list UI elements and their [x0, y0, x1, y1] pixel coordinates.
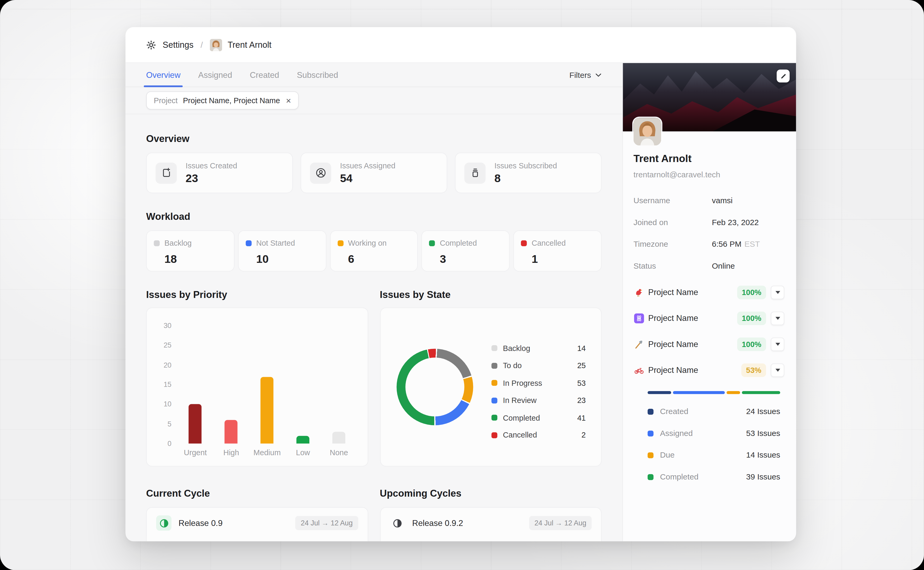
workload-card: Not Started10 — [238, 230, 326, 271]
edit-profile-button[interactable] — [777, 69, 790, 82]
project-row[interactable]: Project Name100% — [634, 310, 784, 326]
x-tick-label: Medium — [249, 448, 285, 457]
card-value: 54 — [340, 172, 396, 185]
workload-label: Not Started — [256, 239, 295, 247]
project-row[interactable]: Project Name100% — [634, 336, 784, 352]
workload-section-title: Workload — [146, 211, 602, 222]
progress-segment — [726, 391, 740, 394]
profile-email: trentarnolt@caravel.tech — [634, 170, 720, 179]
bar-column — [285, 326, 321, 443]
close-icon[interactable]: × — [286, 96, 291, 105]
tab-created[interactable]: Created — [250, 63, 279, 87]
x-tick-label: None — [321, 448, 357, 457]
stat-value: 14 Issues — [746, 451, 780, 460]
detail-row-timezone: Timezone 6:56 PM EST — [634, 239, 786, 250]
stat-label: Created — [660, 407, 688, 415]
legend-row: In Review23 — [491, 394, 586, 406]
project-expand-button[interactable] — [771, 311, 784, 325]
upcoming-cycles-title: Upcoming Cycles — [380, 488, 602, 499]
project-expand-button[interactable] — [771, 337, 784, 351]
screenshot-root: Settings / Trent Arnolt Overview Assigne… — [0, 0, 924, 570]
bird-emoji — [634, 287, 644, 297]
stat-value: 53 Issues — [746, 429, 780, 438]
current-cycle-card[interactable]: Release 0.9 24 Jul → 12 Aug — [146, 507, 368, 541]
legend-label: In Review — [503, 396, 536, 405]
stat-value: 39 Issues — [746, 472, 780, 481]
cycle-name: Release 0.9 — [178, 518, 223, 528]
project-row[interactable]: Project Name100% — [634, 285, 784, 300]
x-axis-labels: UrgentHighMediumLowNone — [177, 448, 357, 457]
pencil-icon — [780, 73, 786, 80]
tab-subscribed[interactable]: Subscribed — [297, 63, 338, 87]
profile-details: Username vamsi Joined on Feb 23, 2022 Ti… — [634, 195, 786, 282]
project-expand-button[interactable] — [771, 363, 784, 377]
workload-value: 1 — [532, 253, 594, 266]
legend-swatch — [491, 345, 497, 351]
legend-label: In Progress — [503, 378, 542, 387]
stat-label: Completed — [660, 472, 698, 481]
workload-label: Completed — [440, 239, 477, 247]
avatar[interactable] — [634, 118, 662, 146]
upcoming-cycle-card[interactable]: Release 0.9.2 24 Jul → 12 Aug — [380, 507, 602, 541]
project-row[interactable]: Project Name53% — [634, 362, 784, 378]
workload-card: Working on6 — [330, 230, 418, 271]
breadcrumb-avatar — [210, 38, 222, 51]
priority-bar — [332, 432, 345, 444]
atom-emoji — [634, 313, 644, 323]
current-cycle-title: Current Cycle — [146, 488, 368, 499]
project-progress-badge: 100% — [737, 285, 766, 299]
bicycle-emoji — [634, 365, 644, 375]
stat-swatch — [648, 474, 653, 480]
bar-series — [177, 326, 357, 443]
main-scroll-area[interactable]: Overview Issues Created 23 — [125, 114, 622, 541]
filters-button[interactable]: Filters — [569, 70, 602, 79]
timezone-suffix: EST — [744, 240, 760, 248]
tab-overview[interactable]: Overview — [146, 63, 181, 87]
profile-name: Trent Arnolt — [634, 153, 692, 165]
breadcrumb-settings[interactable]: Settings — [163, 40, 193, 50]
stat-swatch — [648, 409, 653, 414]
progress-segment — [742, 391, 780, 394]
card-label: Issues Created — [186, 161, 237, 170]
issue-subscribed-icon — [464, 162, 485, 183]
card-value: 8 — [494, 172, 557, 185]
y-tick-label: 0 — [167, 440, 172, 447]
workload-value: 18 — [164, 253, 227, 266]
status-color-swatch — [154, 240, 160, 246]
filter-value: Project Name, Project Name — [183, 96, 280, 105]
status-color-swatch — [429, 240, 435, 246]
legend-value: 41 — [577, 413, 586, 422]
legend-value: 23 — [577, 396, 586, 405]
project-expand-button[interactable] — [771, 285, 784, 299]
status-color-swatch — [338, 240, 343, 246]
workload-label: Cancelled — [532, 239, 566, 247]
legend-label: To do — [503, 361, 522, 370]
applied-filters-row: Project Project Name, Project Name × — [125, 87, 622, 114]
y-tick-label: 10 — [164, 400, 172, 408]
gear-icon — [146, 40, 156, 50]
workload-value: 10 — [256, 253, 319, 266]
workload-value: 3 — [440, 253, 502, 266]
donut-hole — [405, 357, 464, 417]
stat-swatch — [648, 452, 653, 458]
legend-swatch — [491, 415, 497, 420]
stat-label: Assigned — [660, 429, 693, 438]
legend-swatch — [491, 380, 497, 386]
overview-cards: Issues Created 23 Issues Assigned 54 — [146, 153, 602, 193]
detail-row-status: Status Online — [634, 260, 786, 271]
stat-row: Created24 Issues — [648, 406, 780, 417]
card-label: Issues Assigned — [340, 161, 396, 170]
issue-created-icon — [155, 162, 177, 183]
tab-assigned[interactable]: Assigned — [198, 63, 232, 87]
project-filter-chip[interactable]: Project Project Name, Project Name × — [146, 91, 299, 109]
cycle-progress-icon — [156, 515, 172, 531]
workload-label: Working on — [348, 239, 387, 247]
workload-card: Backlog18 — [146, 230, 235, 271]
workload-value: 6 — [348, 253, 410, 266]
legend-value: 25 — [577, 361, 586, 370]
stat-row: Completed39 Issues — [648, 471, 780, 483]
issues-assigned-card: Issues Assigned 54 — [301, 153, 447, 193]
legend-swatch — [491, 397, 497, 403]
breadcrumb-user[interactable]: Trent Arnolt — [227, 40, 272, 50]
breadcrumb: Settings / Trent Arnolt — [125, 27, 796, 63]
